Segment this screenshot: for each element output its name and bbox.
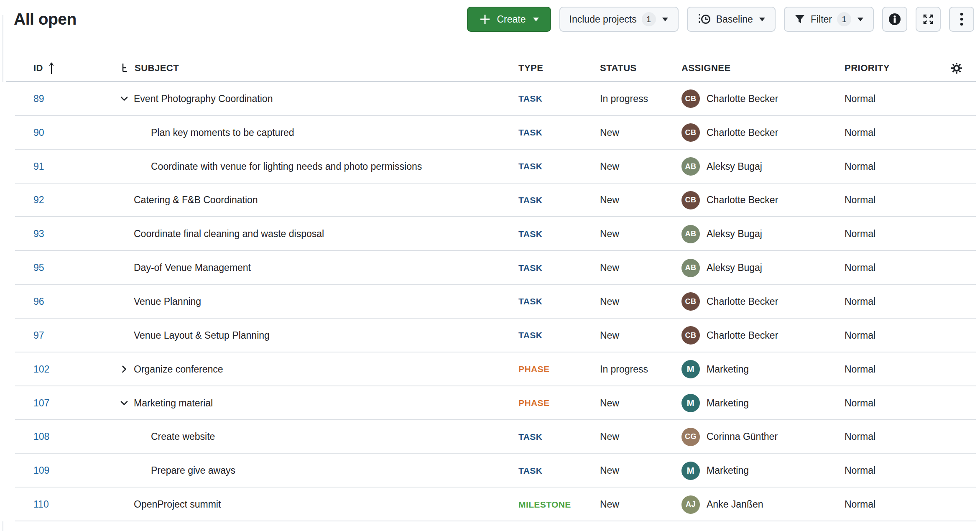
column-header-priority[interactable]: PRIORITY [845, 54, 890, 82]
type-cell[interactable]: TASK [518, 251, 596, 285]
work-package-id-link[interactable]: 108 [33, 431, 49, 442]
assignee-cell[interactable]: M Marketing [681, 386, 840, 420]
info-button[interactable] [882, 7, 907, 32]
status-label: New [600, 398, 619, 409]
type-cell[interactable]: TASK [518, 420, 596, 454]
assignee-cell[interactable]: CG Corinna Günther [681, 420, 840, 454]
table-settings-button[interactable] [944, 54, 969, 82]
work-package-id-link[interactable]: 97 [33, 330, 44, 341]
table-row: 108 Create website TASK New CG Corinna G… [0, 420, 980, 454]
type-cell[interactable]: TASK [518, 285, 596, 319]
status-cell[interactable]: New [600, 454, 677, 488]
subject-text[interactable]: Venue Layout & Setup Planning [134, 330, 270, 341]
type-cell[interactable]: TASK [518, 184, 596, 217]
status-cell[interactable]: New [600, 150, 677, 184]
column-header-subject[interactable]: SUBJECT [120, 54, 179, 82]
priority-cell[interactable]: Normal [845, 386, 941, 420]
work-package-id-link[interactable]: 95 [33, 262, 44, 273]
status-cell[interactable]: In progress [600, 82, 677, 116]
subject-text[interactable]: Create website [151, 431, 215, 442]
assignee-cell[interactable]: CB Charlotte Becker [681, 184, 840, 217]
assignee-cell[interactable]: AB Aleksy Bugaj [681, 251, 840, 285]
work-package-id-link[interactable]: 109 [33, 465, 49, 476]
work-package-id-link[interactable]: 89 [33, 93, 44, 105]
type-cell[interactable]: TASK [518, 217, 596, 251]
work-package-id-link[interactable]: 107 [33, 398, 49, 409]
type-cell[interactable]: TASK [518, 82, 596, 116]
status-cell[interactable]: New [600, 184, 677, 217]
work-package-id-link[interactable]: 96 [33, 296, 44, 307]
assignee-cell[interactable]: M Marketing [681, 454, 840, 488]
status-cell[interactable]: New [600, 488, 677, 521]
work-package-id-link[interactable]: 110 [33, 499, 49, 510]
work-package-id-link[interactable]: 91 [33, 161, 44, 172]
row-expander[interactable] [117, 92, 131, 106]
type-cell[interactable]: PHASE [518, 352, 596, 386]
priority-cell[interactable]: Normal [845, 217, 941, 251]
priority-cell[interactable]: Normal [845, 251, 941, 285]
type-cell[interactable]: TASK [518, 319, 596, 352]
status-cell[interactable]: New [600, 386, 677, 420]
type-cell[interactable]: MILESTONE [518, 488, 596, 521]
status-cell[interactable]: New [600, 420, 677, 454]
assignee-cell[interactable]: CB Charlotte Becker [681, 319, 840, 352]
status-cell[interactable]: New [600, 116, 677, 150]
priority-cell[interactable]: Normal [845, 150, 941, 184]
status-cell[interactable]: New [600, 285, 677, 319]
priority-cell[interactable]: Normal [845, 82, 941, 116]
column-header-status[interactable]: STATUS [600, 54, 637, 82]
priority-cell[interactable]: Normal [845, 285, 941, 319]
status-cell[interactable]: New [600, 251, 677, 285]
work-package-id-cell: 97 [33, 319, 113, 352]
column-header-assignee[interactable]: ASSIGNEE [681, 54, 731, 82]
priority-cell[interactable]: Normal [845, 420, 941, 454]
subject-text[interactable]: Organize conference [134, 364, 223, 375]
assignee-cell[interactable]: M Marketing [681, 352, 840, 386]
priority-cell[interactable]: Normal [845, 454, 941, 488]
column-header-type[interactable]: TYPE [518, 54, 543, 82]
create-button[interactable]: Create [467, 7, 551, 32]
work-package-id-link[interactable]: 90 [33, 127, 44, 138]
row-expander[interactable] [117, 362, 131, 376]
gear-icon [950, 62, 963, 74]
baseline-button[interactable]: Baseline [687, 7, 776, 32]
subject-text[interactable]: OpenProject summit [134, 499, 221, 510]
priority-cell[interactable]: Normal [845, 352, 941, 386]
subject-text[interactable]: Plan key moments to be captured [151, 127, 294, 138]
subject-text[interactable]: Marketing material [134, 398, 213, 409]
hierarchy-icon[interactable] [120, 63, 130, 74]
assignee-cell[interactable]: CB Charlotte Becker [681, 82, 840, 116]
subject-text[interactable]: Event Photography Coordination [134, 93, 273, 105]
filter-button[interactable]: Filter 1 [784, 7, 874, 32]
subject-text[interactable]: Venue Planning [134, 296, 201, 307]
status-cell[interactable]: New [600, 319, 677, 352]
type-cell[interactable]: TASK [518, 150, 596, 184]
include-projects-button[interactable]: Include projects 1 [559, 7, 679, 32]
assignee-cell[interactable]: CB Charlotte Becker [681, 116, 840, 150]
work-package-id-link[interactable]: 92 [33, 194, 44, 206]
priority-cell[interactable]: Normal [845, 319, 941, 352]
assignee-cell[interactable]: AB Aleksy Bugaj [681, 150, 840, 184]
more-options-button[interactable] [949, 7, 974, 32]
subject-text[interactable]: Coordinate with venue for lighting needs… [151, 161, 422, 172]
row-expander[interactable] [117, 396, 131, 410]
type-cell[interactable]: TASK [518, 454, 596, 488]
fullscreen-button[interactable] [916, 7, 941, 32]
assignee-cell[interactable]: AJ Anke Janßen [681, 488, 840, 521]
work-package-id-link[interactable]: 102 [33, 364, 49, 375]
priority-cell[interactable]: Normal [845, 184, 941, 217]
subject-text[interactable]: Catering & F&B Coordination [134, 194, 258, 206]
subject-text[interactable]: Coordinate final cleaning and waste disp… [134, 228, 324, 240]
type-cell[interactable]: TASK [518, 116, 596, 150]
subject-text[interactable]: Day-of Venue Management [134, 262, 251, 273]
priority-cell[interactable]: Normal [845, 116, 941, 150]
work-package-id-link[interactable]: 93 [33, 228, 44, 240]
subject-text[interactable]: Prepare give aways [151, 465, 235, 476]
type-cell[interactable]: PHASE [518, 386, 596, 420]
status-cell[interactable]: New [600, 217, 677, 251]
assignee-cell[interactable]: CB Charlotte Becker [681, 285, 840, 319]
status-cell[interactable]: In progress [600, 352, 677, 386]
assignee-cell[interactable]: AB Aleksy Bugaj [681, 217, 840, 251]
priority-cell[interactable]: Normal [845, 488, 941, 521]
column-header-id[interactable]: ID [33, 54, 55, 82]
